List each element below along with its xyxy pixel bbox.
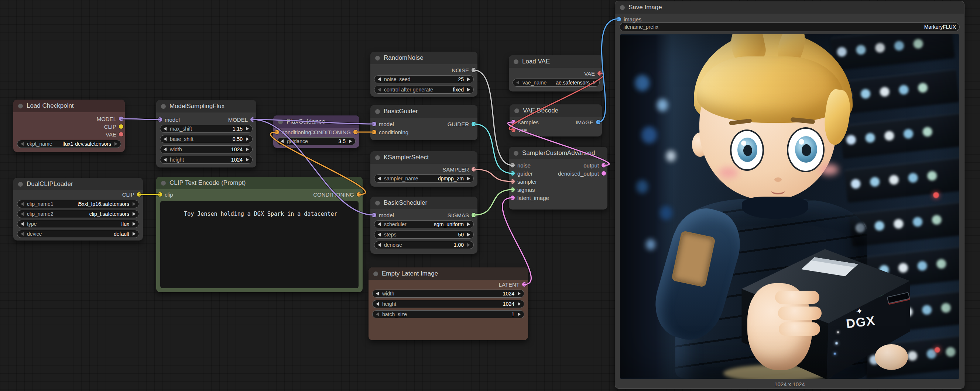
- output-port-noise[interactable]: NOISE: [452, 66, 476, 74]
- decrement-arrow-icon[interactable]: [164, 158, 167, 161]
- increment-arrow-icon[interactable]: [132, 202, 135, 206]
- collapse-dot-icon[interactable]: [375, 155, 380, 160]
- collapse-dot-icon[interactable]: [620, 5, 625, 10]
- denoise-widget[interactable]: denoise 1.00: [374, 241, 474, 249]
- sampler-name-widget[interactable]: sampler_name dpmpp_2m: [374, 174, 474, 183]
- input-port-sampler[interactable]: sampler: [510, 177, 537, 185]
- output-port-clip[interactable]: CLIP: [122, 190, 142, 198]
- input-port-samples[interactable]: samples: [511, 118, 539, 126]
- input-port-noise[interactable]: noise: [510, 161, 531, 169]
- decrement-arrow-icon[interactable]: [164, 127, 167, 131]
- ckpt-name-widget[interactable]: ckpt_name flux1-dev.safetensors: [17, 140, 121, 148]
- increment-arrow-icon[interactable]: [246, 147, 249, 151]
- port-dot-icon[interactable]: [372, 213, 376, 217]
- decrement-arrow-icon[interactable]: [21, 202, 24, 206]
- input-port-model[interactable]: model: [372, 211, 394, 219]
- prompt-textarea[interactable]: Toy Jensen holding a DGX Spark in a data…: [160, 201, 358, 288]
- port-dot-icon[interactable]: [511, 128, 515, 132]
- output-port-guider[interactable]: GUIDER: [447, 120, 476, 128]
- collapse-dot-icon[interactable]: [514, 151, 519, 156]
- port-dot-icon[interactable]: [158, 117, 162, 122]
- node-empty-latent-image[interactable]: Empty Latent Image LATENT width 1024 hei…: [369, 268, 528, 340]
- port-dot-icon[interactable]: [357, 192, 361, 196]
- decrement-arrow-icon[interactable]: [164, 137, 167, 141]
- node-ksampler-select[interactable]: KSamplerSelect SAMPLER sampler_name dpmp…: [371, 151, 477, 187]
- increment-arrow-icon[interactable]: [518, 302, 521, 306]
- input-port-clip[interactable]: clip: [158, 190, 173, 198]
- input-port-guider[interactable]: guider: [510, 169, 533, 177]
- input-port-vae[interactable]: vae: [511, 126, 527, 134]
- increment-arrow-icon[interactable]: [132, 222, 135, 226]
- batch-size-widget[interactable]: batch_size 1: [372, 310, 524, 318]
- port-dot-icon[interactable]: [119, 117, 123, 121]
- input-port-images[interactable]: images: [617, 15, 641, 23]
- input-port-latent-image[interactable]: latent_image: [510, 194, 549, 202]
- increment-arrow-icon[interactable]: [246, 127, 249, 131]
- output-port-vae[interactable]: VAE: [106, 130, 123, 138]
- device-widget[interactable]: device default: [17, 230, 139, 238]
- increment-arrow-icon[interactable]: [467, 243, 470, 247]
- collapse-dot-icon[interactable]: [161, 104, 166, 109]
- collapse-dot-icon[interactable]: [375, 56, 380, 60]
- node-basic-scheduler[interactable]: BasicScheduler model SIGMAS scheduler sg…: [371, 196, 477, 254]
- port-dot-icon[interactable]: [353, 130, 358, 134]
- decrement-arrow-icon[interactable]: [516, 81, 519, 84]
- port-dot-icon[interactable]: [617, 17, 621, 21]
- port-dot-icon[interactable]: [471, 167, 476, 171]
- guidance-widget[interactable]: guidance 3.5: [277, 137, 356, 145]
- node-header[interactable]: Load VAE: [509, 55, 603, 68]
- collapse-dot-icon[interactable]: [375, 201, 380, 206]
- port-dot-icon[interactable]: [601, 171, 606, 176]
- increment-arrow-icon[interactable]: [467, 233, 470, 236]
- output-port-model[interactable]: MODEL: [228, 116, 255, 123]
- port-dot-icon[interactable]: [372, 122, 376, 126]
- node-header[interactable]: FluxGuidance: [273, 116, 359, 128]
- port-dot-icon[interactable]: [275, 130, 279, 134]
- node-header[interactable]: BasicScheduler: [371, 196, 477, 209]
- port-dot-icon[interactable]: [471, 122, 476, 126]
- node-model-sampling-flux[interactable]: ModelSamplingFlux model MODEL max_shift …: [156, 100, 256, 168]
- input-port-sigmas[interactable]: sigmas: [510, 185, 535, 194]
- output-port-latent[interactable]: LATENT: [499, 280, 527, 288]
- port-dot-icon[interactable]: [119, 124, 123, 129]
- decrement-arrow-icon[interactable]: [378, 177, 381, 180]
- decrement-arrow-icon[interactable]: [378, 88, 381, 92]
- input-port-model[interactable]: model: [158, 116, 180, 123]
- output-port-conditioning[interactable]: CONDITIONING: [310, 128, 358, 136]
- decrement-arrow-icon[interactable]: [378, 243, 381, 247]
- decrement-arrow-icon[interactable]: [164, 147, 167, 151]
- node-clip-text-encode[interactable]: CLIP Text Encode (Prompt) clip CONDITION…: [156, 177, 363, 292]
- increment-arrow-icon[interactable]: [246, 137, 249, 141]
- decrement-arrow-icon[interactable]: [21, 142, 24, 146]
- port-dot-icon[interactable]: [510, 195, 515, 200]
- decrement-arrow-icon[interactable]: [21, 232, 24, 236]
- node-flux-guidance[interactable]: FluxGuidance conditioning CONDITIONING g…: [273, 116, 359, 148]
- port-dot-icon[interactable]: [596, 120, 600, 124]
- node-header[interactable]: RandomNoise: [371, 52, 477, 64]
- increment-arrow-icon[interactable]: [132, 232, 135, 236]
- increment-arrow-icon[interactable]: [593, 81, 596, 84]
- output-port-output[interactable]: output: [584, 161, 606, 169]
- decrement-arrow-icon[interactable]: [21, 222, 24, 226]
- collapse-dot-icon[interactable]: [18, 182, 23, 187]
- output-port-model[interactable]: MODEL: [97, 115, 123, 123]
- collapse-dot-icon[interactable]: [18, 104, 23, 108]
- increment-arrow-icon[interactable]: [518, 292, 521, 296]
- max-shift-widget[interactable]: max_shift 1.15: [160, 125, 253, 133]
- output-port-vae[interactable]: VAE: [584, 70, 602, 78]
- input-port-conditioning[interactable]: conditioning: [275, 128, 311, 136]
- decrement-arrow-icon[interactable]: [281, 139, 283, 143]
- port-dot-icon[interactable]: [511, 120, 515, 124]
- node-sampler-custom-advanced[interactable]: SamplerCustomAdvanced noise guider sampl…: [509, 147, 608, 209]
- port-dot-icon[interactable]: [522, 282, 527, 287]
- collapse-dot-icon[interactable]: [514, 108, 519, 113]
- height-widget[interactable]: height 1024: [372, 300, 524, 308]
- node-dual-clip-loader[interactable]: DualCLIPLoader CLIP clip_name1 t5xxl_fp1…: [13, 178, 143, 241]
- port-dot-icon[interactable]: [158, 192, 162, 196]
- width-widget[interactable]: width 1024: [160, 145, 253, 154]
- output-port-clip[interactable]: CLIP: [104, 122, 123, 131]
- increment-arrow-icon[interactable]: [115, 142, 118, 146]
- height-widget[interactable]: height 1024: [160, 156, 253, 164]
- graph-canvas[interactable]: Load Checkpoint MODEL CLIP VAE ckpt_name…: [0, 0, 980, 391]
- decrement-arrow-icon[interactable]: [376, 292, 379, 296]
